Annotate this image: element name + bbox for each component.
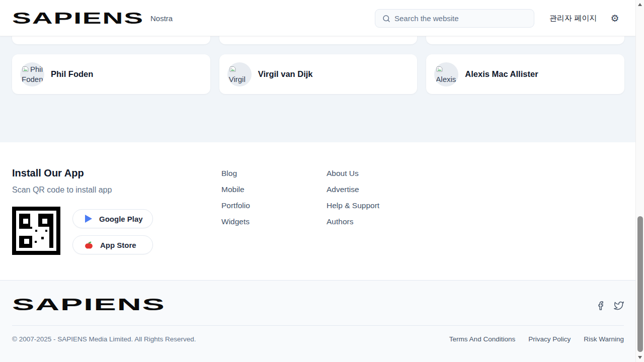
author-name: Virgil van Dijk [258, 69, 313, 79]
app-store-label: App Store [100, 241, 136, 249]
vertical-scrollbar[interactable] [635, 0, 644, 362]
qr-code [12, 207, 60, 255]
apple-icon [85, 241, 93, 249]
gear-icon[interactable]: ⚙ [609, 12, 621, 24]
footer-bottom-bar: SAPIENS © 2007-2025 - SAPIENS Media Limi… [0, 280, 635, 362]
play-triangle-icon [85, 215, 92, 223]
navbar: SAPIENS Nostra 관리자 페이지 ⚙ [0, 0, 635, 36]
footer-logo[interactable]: SAPIENS [12, 295, 166, 314]
footer-link-authors[interactable]: Authors [327, 217, 353, 226]
divider [12, 325, 624, 326]
google-play-button[interactable]: Google Play [72, 209, 153, 228]
footer-link-about-us[interactable]: About Us [327, 169, 359, 178]
card-row: Phil Foden Phil Foden Virgil Virgil van … [12, 54, 624, 94]
footer-link-mobile[interactable]: Mobile [221, 185, 245, 194]
site-name: Nostra [150, 14, 173, 23]
author-name: Alexis Mac Allister [465, 69, 538, 79]
copyright-text: © 2007-2025 - SAPIENS Media Limited. All… [12, 335, 196, 343]
footer-link-advertise[interactable]: Advertise [327, 185, 359, 194]
avatar: Alexis [434, 62, 458, 86]
avatar: Phil Foden [20, 62, 44, 86]
privacy-policy-link[interactable]: Privacy Policy [528, 335, 571, 343]
avatar-alt-text: Virgil [229, 75, 246, 83]
admin-page-link[interactable]: 관리자 페이지 [549, 14, 597, 23]
author-card[interactable]: Virgil Virgil van Dijk [219, 54, 418, 94]
footer-link-blog[interactable]: Blog [221, 169, 237, 178]
search-icon [382, 14, 391, 23]
nav-logo[interactable]: SAPIENS [12, 10, 144, 28]
footer-link-portfolio[interactable]: Portfolio [221, 201, 250, 210]
legal-links: Terms And Conditions Privacy Policy Risk… [449, 335, 624, 343]
footer-main: Install Our App Scan QR code to install … [0, 142, 635, 280]
footer-link-widgets[interactable]: Widgets [221, 217, 250, 226]
avatar: Virgil [227, 62, 252, 86]
twitter-icon[interactable] [613, 300, 625, 312]
app-store-button[interactable]: App Store [72, 235, 153, 254]
search-input[interactable] [394, 10, 530, 27]
install-app-subtitle: Scan QR code to install app [12, 186, 112, 195]
authors-card-grid: Phil Foden Phil Foden Virgil Virgil van … [0, 36, 635, 142]
install-app-title: Install Our App [12, 167, 84, 179]
terms-link[interactable]: Terms And Conditions [449, 335, 515, 343]
facebook-icon[interactable] [596, 300, 608, 312]
broken-image-icon [22, 65, 29, 75]
scroll-up-arrow[interactable] [638, 3, 642, 6]
author-card[interactable]: Alexis Alexis Mac Allister [426, 54, 624, 94]
broken-image-icon [436, 65, 443, 75]
google-play-label: Google Play [99, 215, 143, 223]
avatar-alt-text: Alexis [436, 75, 456, 83]
footer-link-help-support[interactable]: Help & Support [327, 201, 379, 210]
scroll-down-arrow[interactable] [638, 356, 642, 359]
author-name: Phil Foden [51, 69, 93, 79]
risk-warning-link[interactable]: Risk Warning [584, 335, 624, 343]
scrollbar-thumb[interactable] [637, 216, 643, 352]
broken-image-icon [229, 65, 236, 75]
author-card[interactable]: Phil Foden Phil Foden [12, 54, 210, 94]
search-box[interactable] [375, 9, 534, 28]
